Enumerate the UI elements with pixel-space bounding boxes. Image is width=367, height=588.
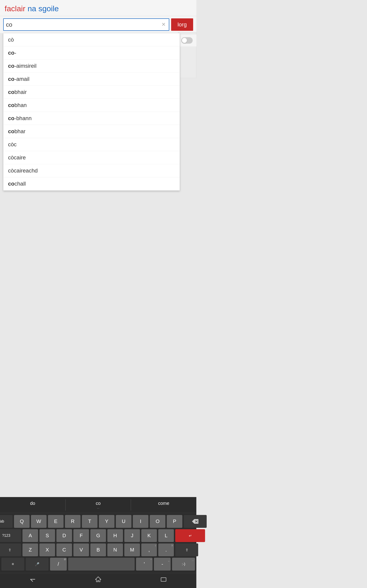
item-text: còcaireachd (8, 167, 38, 174)
list-item[interactable]: co-aimsireil (3, 60, 180, 73)
list-item[interactable]: còc (3, 138, 180, 151)
list-item[interactable]: cobhar (3, 125, 180, 138)
clear-icon[interactable]: ✕ (161, 21, 167, 28)
item-text: còcaire (8, 154, 26, 161)
list-item[interactable]: cobhan (3, 99, 180, 112)
search-input[interactable] (6, 21, 161, 28)
autocomplete-dropdown: cò co- co-aimsireil co-amail cobhair cob… (3, 33, 180, 191)
item-rest: -bhann (15, 115, 32, 121)
app-header: faclair na sgoile (0, 0, 196, 16)
item-rest: -amail (15, 76, 29, 82)
item-rest: -aimsireil (15, 63, 36, 69)
item-text: còc (8, 141, 17, 147)
list-item[interactable]: co- (3, 46, 180, 60)
item-rest: bhan (15, 102, 27, 108)
list-item[interactable]: cobhair (3, 86, 180, 99)
item-bold: co (8, 76, 15, 82)
item-bold: co (8, 63, 15, 69)
list-item[interactable]: cò (3, 33, 180, 46)
item-bold: co (8, 89, 15, 95)
item-text: cò (8, 36, 14, 43)
item-bold: co (8, 115, 15, 121)
item-rest: - (15, 50, 16, 56)
item-bold: co (8, 181, 15, 187)
item-bold: co (8, 50, 15, 56)
list-item[interactable]: còcaire (3, 151, 180, 164)
item-rest: bhar (15, 128, 25, 134)
toggle-switch[interactable] (181, 37, 193, 44)
list-item[interactable]: co-bhann (3, 112, 180, 125)
search-bar: ✕ lorg (0, 16, 196, 33)
app-title-part1: faclair (5, 4, 25, 13)
list-item[interactable]: cochall (3, 177, 180, 190)
app-title: faclair na sgoile (5, 4, 192, 13)
search-button[interactable]: lorg (171, 18, 193, 31)
item-rest: bhair (15, 89, 27, 95)
list-item[interactable]: co-amail (3, 73, 180, 86)
item-rest: chall (15, 181, 26, 187)
app-title-part2: na sgoile (27, 4, 59, 13)
item-bold: co (8, 102, 15, 108)
list-item[interactable]: còcaireachd (3, 164, 180, 177)
item-bold: co (8, 128, 15, 134)
search-input-wrapper[interactable]: ✕ (3, 18, 169, 31)
